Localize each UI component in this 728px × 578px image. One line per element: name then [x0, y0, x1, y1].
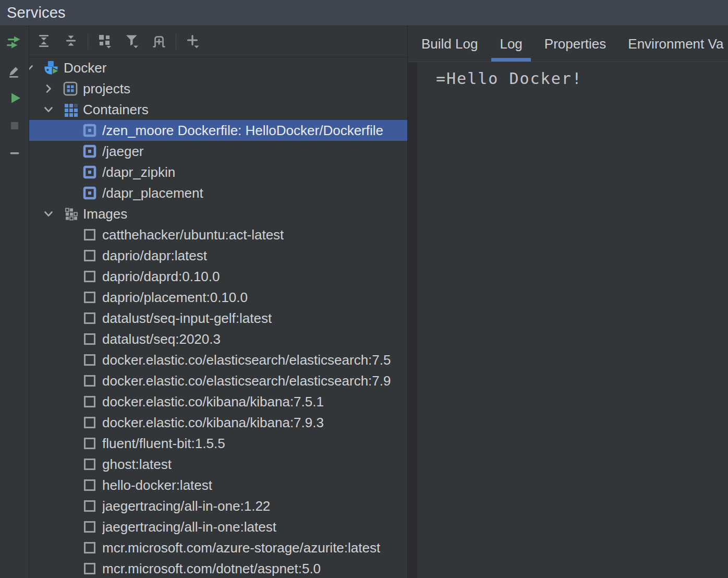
details-panel: Build LogLogPropertiesEnvironment Va =He… [408, 26, 728, 578]
tree-row-daprio-dapr-latest[interactable]: daprio/dapr:latest [29, 245, 407, 266]
image-item-icon [81, 435, 98, 452]
tree-row-jaegertracing-all-in-one-latest[interactable]: jaegertracing/all-in-one:latest [29, 516, 407, 537]
tree-row-jaeger[interactable]: /jaeger [29, 141, 407, 162]
tree-item-label: daprio/dapr:latest [102, 248, 207, 264]
services-tree-panel: DockerprojectsContainers/zen_moore Docke… [29, 26, 408, 578]
edit-configuration-button[interactable] [4, 61, 25, 82]
stop-button[interactable] [4, 116, 25, 137]
page-title: Services [7, 4, 66, 21]
add-tab-button[interactable] [149, 31, 169, 52]
image-item-icon [81, 310, 98, 327]
tree-row-dapr-zipkin[interactable]: /dapr_zipkin [29, 162, 407, 183]
tree-item-label: daprio/placement:0.10.0 [102, 290, 248, 306]
group-by-button[interactable] [94, 31, 115, 52]
chevron-down-icon[interactable] [29, 61, 35, 75]
tree-row-ghost-latest[interactable]: ghost:latest [29, 454, 407, 475]
image-item-icon [81, 560, 98, 577]
containers-icon [62, 101, 79, 118]
tree-row-docker-elastic-co-elasticsearch-elasticsearch-7-5[interactable]: docker.elastic.co/elasticsearch/elastics… [29, 350, 407, 370]
tree-row-docker-elastic-co-elasticsearch-elasticsearch-7-9[interactable]: docker.elastic.co/elasticsearch/elastics… [29, 370, 407, 391]
image-item-icon [81, 498, 98, 514]
pencil-icon [7, 63, 22, 80]
plus-dropdown-icon [185, 33, 201, 51]
tree-row-images[interactable]: Images [29, 203, 407, 224]
add-service-button[interactable] [183, 31, 203, 52]
chevron-down-icon[interactable] [42, 102, 55, 117]
tree-row-docker-elastic-co-kibana-kibana-7-5-1[interactable]: docker.elastic.co/kibana/kibana:7.5.1 [29, 391, 407, 412]
image-item-icon [81, 352, 98, 368]
tab-label: Properties [544, 36, 606, 52]
tree-item-label: mcr.microsoft.com/azure-storage/azurite:… [102, 540, 380, 556]
filter-button[interactable] [122, 31, 142, 52]
tree-row-hello-docker-latest[interactable]: hello-docker:latest [29, 475, 407, 496]
tree-toolbar [29, 26, 407, 57]
tree-item-label: ghost:latest [102, 456, 172, 473]
container-item-icon [81, 143, 98, 160]
tree-item-label: docker.elastic.co/elasticsearch/elastics… [102, 373, 391, 389]
chevron-right-icon[interactable] [42, 81, 55, 96]
image-item-icon [81, 414, 98, 431]
tree-row-dapr-placement[interactable]: /dapr_placement [29, 183, 407, 203]
image-item-icon [81, 247, 98, 264]
collapse-all-button[interactable] [60, 31, 81, 52]
tree-item-label: /zen_moore Dockerfile: HelloDocker/Docke… [102, 123, 383, 139]
tree-item-label: /jaeger [102, 143, 144, 160]
play-icon [7, 90, 22, 108]
image-item-icon [81, 289, 98, 306]
tree-item-label: docker.elastic.co/kibana/kibana:7.5.1 [102, 394, 324, 410]
tree-item-label: docker.elastic.co/kibana/kibana:7.9.3 [102, 415, 324, 431]
log-gutter [408, 62, 417, 578]
frame-plus-icon [152, 33, 166, 50]
chevron-down-icon[interactable] [42, 207, 55, 221]
tool-window-content: DockerprojectsContainers/zen_moore Docke… [0, 26, 728, 578]
tree-row-datalust-seq-2020-3[interactable]: datalust/seq:2020.3 [29, 329, 407, 350]
images-icon [62, 206, 79, 222]
tab-log[interactable]: Log [491, 26, 530, 62]
stop-icon [7, 118, 22, 136]
double-arrow-right-icon [6, 34, 23, 53]
log-output: =Hello Docker! [417, 62, 583, 578]
tree-row-docker-elastic-co-kibana-kibana-7-9-3[interactable]: docker.elastic.co/kibana/kibana:7.9.3 [29, 412, 407, 433]
image-item-icon [81, 268, 98, 285]
group-by-icon [97, 33, 113, 51]
image-item-icon [81, 331, 98, 347]
container-item-icon [81, 185, 98, 201]
delete-button[interactable] [4, 144, 25, 165]
collapse-all-icon [64, 33, 78, 50]
tree-item-label: datalust/seq:2020.3 [102, 331, 221, 347]
tree-row-jaegertracing-all-in-one-1-22[interactable]: jaegertracing/all-in-one:1.22 [29, 496, 407, 516]
tree-item-label: projects [83, 81, 130, 97]
image-item-icon [81, 456, 98, 473]
deploy-services-button[interactable] [4, 33, 25, 54]
image-item-icon [81, 539, 98, 556]
tree-row-mcr-microsoft-com-dotnet-aspnet-5-0[interactable]: mcr.microsoft.com/dotnet/aspnet:5.0 [29, 558, 407, 578]
tab-properties[interactable]: Properties [536, 26, 615, 62]
tree-row-zen-moore-dockerfile-hellodocker-dockerfile[interactable]: /zen_moore Dockerfile: HelloDocker/Docke… [29, 120, 407, 141]
tree-item-label: jaegertracing/all-in-one:1.22 [102, 498, 270, 514]
tree-item-label: /dapr_placement [102, 185, 203, 201]
tab-environment-va[interactable]: Environment Va [620, 26, 728, 62]
filter-icon [124, 33, 140, 51]
tree-row-fluent-fluent-bit-1-5-5[interactable]: fluent/fluent-bit:1.5.5 [29, 433, 407, 454]
tree-item-label: jaegertracing/all-in-one:latest [102, 519, 276, 535]
tree-item-label: datalust/seq-input-gelf:latest [102, 310, 272, 327]
projects-icon [62, 80, 79, 97]
image-item-icon [81, 477, 98, 493]
tab-label: Environment Va [628, 36, 723, 52]
tool-window-header[interactable]: Services [0, 0, 728, 26]
tree-row-containers[interactable]: Containers [29, 99, 407, 120]
tree-row-daprio-placement-0-10-0[interactable]: daprio/placement:0.10.0 [29, 287, 407, 308]
tree-row-projects[interactable]: projects [29, 78, 407, 99]
run-button[interactable] [4, 89, 25, 110]
expand-all-button[interactable] [33, 31, 54, 52]
tree-item-label: catthehacker/ubuntu:act-latest [102, 227, 284, 243]
container-item-icon [81, 164, 98, 180]
tree-row-mcr-microsoft-com-azure-storage-azurite-latest[interactable]: mcr.microsoft.com/azure-storage/azurite:… [29, 537, 407, 558]
tree-row-docker[interactable]: Docker [29, 57, 407, 78]
tree-row-datalust-seq-input-gelf-latest[interactable]: datalust/seq-input-gelf:latest [29, 308, 407, 329]
tree-row-daprio-daprd-0-10-0[interactable]: daprio/daprd:0.10.0 [29, 266, 407, 287]
tab-build-log[interactable]: Build Log [413, 26, 486, 62]
tree-row-catthehacker-ubuntu-act-latest[interactable]: catthehacker/ubuntu:act-latest [29, 224, 407, 245]
tab-label: Log [500, 36, 522, 52]
tree-item-label: Images [83, 206, 127, 222]
